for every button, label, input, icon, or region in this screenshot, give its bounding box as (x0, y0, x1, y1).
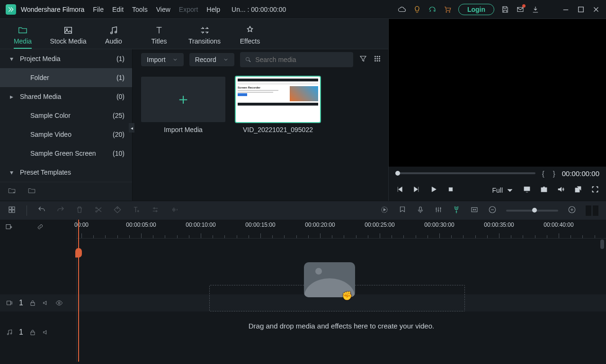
sidebar-item-sample-video[interactable]: Sample Video(20) (0, 125, 132, 144)
preview-screen[interactable] (389, 19, 606, 167)
zoom-in-icon[interactable] (568, 205, 576, 216)
mixer-icon[interactable] (434, 205, 443, 216)
image-icon (63, 25, 73, 36)
menu-file[interactable]: File (93, 6, 104, 13)
mail-icon[interactable] (516, 5, 525, 14)
svg-rect-21 (12, 207, 15, 209)
mute-icon[interactable] (42, 299, 50, 307)
search-input[interactable] (240, 52, 353, 67)
menu-help[interactable]: Help (206, 6, 220, 13)
stop-icon[interactable] (446, 185, 455, 195)
lightbulb-icon[interactable] (413, 5, 421, 14)
preview-quality-select[interactable]: Full (492, 186, 514, 195)
add-text-icon[interactable] (132, 205, 141, 216)
sidebar-item-project-media[interactable]: ▾Project Media(1) (0, 49, 132, 68)
record-dropdown[interactable]: Record (189, 53, 234, 66)
grid-view-icon[interactable] (373, 54, 382, 65)
redo-icon[interactable] (56, 205, 65, 216)
display-icon[interactable] (523, 185, 531, 195)
play-icon[interactable] (429, 185, 438, 195)
minimize-icon[interactable] (561, 5, 570, 14)
media-clip-1[interactable]: Screen Recorder VID_20221021_095022 (236, 77, 320, 133)
layouts-icon[interactable] (8, 205, 16, 216)
add-track-icon[interactable] (5, 222, 13, 233)
menu-tools[interactable]: Tools (132, 6, 148, 13)
link-track-icon[interactable] (36, 222, 45, 233)
fit-icon[interactable] (470, 205, 479, 216)
eye-icon[interactable] (55, 299, 63, 307)
cloud-icon[interactable] (398, 5, 406, 14)
split-icon[interactable] (94, 205, 103, 216)
sidebar-item-preset-templates[interactable]: ▾Preset Templates (0, 163, 132, 182)
save-icon[interactable] (501, 5, 509, 14)
zoom-out-icon[interactable] (488, 205, 497, 216)
svg-point-37 (10, 333, 12, 334)
timeline-body[interactable]: 00:0000:00:05:0000:00:10:0000:00:15:0000… (77, 220, 606, 362)
undo-icon[interactable] (37, 205, 46, 216)
svg-rect-0 (579, 7, 584, 12)
svg-point-18 (543, 189, 545, 191)
import-dropdown[interactable]: Import (141, 53, 184, 66)
collapse-sidebar-icon[interactable]: ◂ (129, 123, 134, 133)
timeline-ruler[interactable]: 00:0000:00:05:0000:00:10:0000:00:15:0000… (77, 220, 606, 239)
popout-icon[interactable] (574, 185, 582, 195)
tab-stock-media[interactable]: Stock Media (45, 23, 91, 45)
tab-titles[interactable]: Titles (136, 23, 182, 45)
timeline-scrollbar[interactable] (600, 240, 604, 249)
filter-icon[interactable] (359, 54, 367, 65)
media-panel: ◂ Import Record ＋ Import Media (133, 49, 388, 201)
tag-icon[interactable] (113, 205, 122, 216)
mute-icon[interactable] (42, 328, 50, 336)
panel-layout-toggle[interactable] (586, 205, 598, 216)
playhead[interactable] (78, 220, 79, 362)
svg-rect-38 (31, 332, 35, 335)
svg-point-5 (246, 57, 249, 61)
mark-out-icon[interactable]: } (553, 169, 555, 178)
fullscreen-icon[interactable] (591, 185, 599, 195)
sidebar-item-sample-color[interactable]: Sample Color(25) (0, 106, 132, 125)
music-icon (108, 25, 119, 36)
tab-audio[interactable]: Audio (91, 23, 136, 45)
svg-point-25 (96, 211, 97, 212)
lock-icon[interactable] (29, 328, 36, 336)
folder-icon[interactable] (27, 186, 36, 197)
delete-icon[interactable] (75, 205, 84, 216)
next-frame-icon[interactable] (412, 185, 421, 195)
lock-icon[interactable] (29, 299, 36, 307)
maximize-icon[interactable] (577, 5, 585, 14)
menu-edit[interactable]: Edit (112, 6, 124, 13)
download-icon[interactable] (531, 5, 540, 14)
mark-in-icon[interactable]: { (542, 169, 544, 178)
sidebar-item-sample-green-screen[interactable]: Sample Green Screen(10) (0, 144, 132, 163)
video-track-head[interactable]: 1 (0, 294, 76, 311)
tab-effects[interactable]: Effects (227, 23, 273, 45)
login-button[interactable]: Login (458, 4, 494, 15)
preview-panel: {} 00:00:00:00 Full (388, 19, 606, 201)
headset-icon[interactable] (428, 5, 437, 14)
snapshot-icon[interactable] (540, 185, 548, 195)
adjust-icon[interactable] (151, 205, 160, 216)
marker-icon[interactable] (398, 205, 407, 216)
new-folder-icon[interactable] (8, 186, 16, 197)
render-icon[interactable] (380, 205, 389, 216)
svg-rect-15 (449, 187, 453, 191)
prev-frame-icon[interactable] (395, 185, 404, 195)
magnet-icon[interactable] (452, 205, 461, 216)
import-media-card[interactable]: ＋ Import Media (141, 77, 225, 133)
tab-media[interactable]: Media (0, 23, 45, 45)
preview-scrubber[interactable] (395, 172, 535, 174)
tab-transitions[interactable]: Transitions (182, 23, 227, 45)
voiceover-icon[interactable] (416, 205, 425, 216)
app-title: Wondershare Filmora (21, 6, 84, 13)
menu-view[interactable]: View (156, 6, 170, 13)
sidebar-item-folder[interactable]: Folder(1) (0, 68, 132, 87)
svg-rect-34 (31, 302, 35, 305)
audio-track-head[interactable]: 1 (0, 324, 76, 341)
sidebar-item-shared-media[interactable]: ▸Shared Media(0) (0, 87, 132, 106)
search-field[interactable] (255, 56, 348, 63)
volume-icon[interactable] (557, 185, 565, 195)
zoom-slider[interactable] (506, 210, 558, 212)
close-icon[interactable] (592, 5, 600, 14)
audio-waveform-icon[interactable] (170, 205, 178, 216)
cart-icon[interactable] (443, 5, 452, 14)
